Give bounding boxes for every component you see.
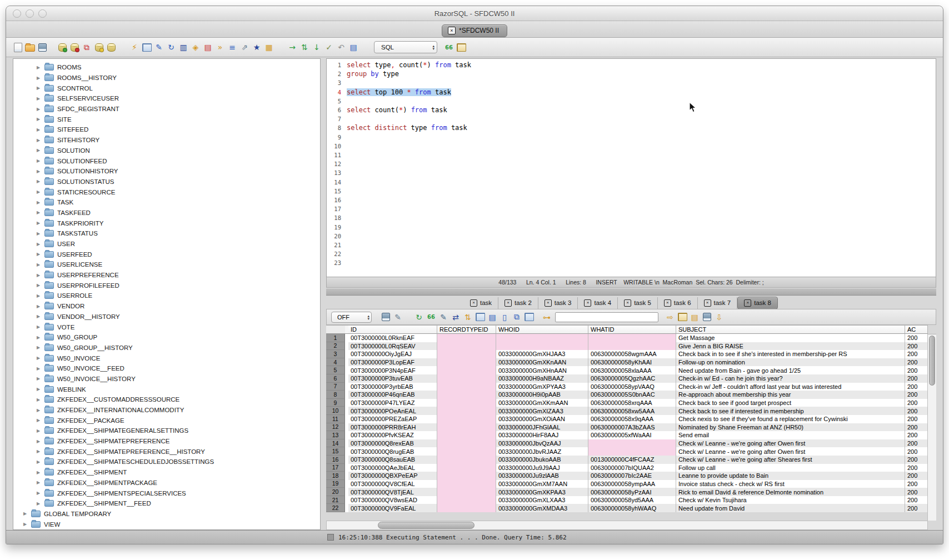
disconnect-icon[interactable] (69, 42, 80, 52)
disclosure-triangle-icon[interactable]: ▶ (37, 86, 44, 91)
indent-icon[interactable]: » (214, 42, 226, 52)
tree-item[interactable]: ▶TASKSTATUS (13, 228, 320, 239)
table-row[interactable]: 200T3000000L0RqSEAVGive Jenn a BIG RAISE… (326, 342, 928, 351)
cell-recordtypeid[interactable] (437, 456, 496, 464)
save-grid-icon[interactable] (701, 312, 712, 322)
close-tab-icon[interactable]: × (448, 27, 456, 34)
column-header[interactable]: ID (348, 325, 437, 334)
cell-subject[interactable]: Follow-up on nomination (676, 358, 905, 367)
tree-item[interactable]: ▶USERPROFILEFEED (13, 280, 320, 291)
cell-whoid[interactable]: 0033000000GmXMDAA3 (496, 504, 588, 512)
row-number[interactable]: 17 (326, 464, 345, 472)
sort-icon[interactable]: ⇅ (462, 312, 473, 322)
cell-whatid[interactable]: 006300000058ympAAA (588, 480, 676, 488)
cell-ac[interactable]: 200 (905, 350, 928, 358)
export-table-icon[interactable] (677, 312, 688, 322)
cell-whoid[interactable]: 0033000000H9i0pAAB (496, 391, 588, 399)
disclosure-triangle-icon[interactable]: ▶ (37, 501, 44, 506)
cell-ac[interactable]: 200 (905, 504, 928, 512)
disclosure-triangle-icon[interactable]: ▶ (37, 356, 44, 361)
cell-whoid[interactable] (496, 342, 588, 351)
table-row[interactable]: 2000T3000000QV8TjEAL0033000000GmXKPAA300… (326, 488, 928, 496)
result-tab[interactable]: ×task 4 (578, 297, 618, 309)
log-icon[interactable]: ▤ (348, 42, 359, 52)
cell-id[interactable]: 00T3000000Q8rugEAB (348, 447, 437, 456)
disclosure-triangle-icon[interactable]: ▶ (37, 221, 44, 226)
cell-recordtypeid[interactable] (437, 415, 496, 423)
table-row[interactable]: 2200T3000000QV9FaEAL0033000000GmXMDAA300… (326, 504, 928, 512)
database-tree-panel[interactable]: ▶ROOMS▶ROOMS__HISTORY▶SCONTROL▶SELFSERVI… (13, 58, 321, 530)
disclosure-triangle-icon[interactable]: ▶ (37, 335, 44, 340)
tree-item[interactable]: ▶USERFEED (13, 249, 320, 259)
connect-icon[interactable] (57, 42, 68, 52)
column-header[interactable]: RECORDTYPEID (437, 325, 496, 334)
row-number[interactable]: 11 (326, 415, 345, 423)
horizontal-scrollbar-thumb[interactable] (378, 522, 474, 529)
cell-subject[interactable]: Check-in w/ Jeff - couldn't afford last … (676, 383, 905, 391)
zoom-window-button[interactable] (38, 9, 47, 18)
cell-subject[interactable]: Check back to see if good target prospec… (676, 399, 905, 407)
tree-item[interactable]: ▶USERPREFERENCE (13, 270, 320, 281)
form-view-icon[interactable]: ▯ (499, 312, 510, 322)
cell-whoid[interactable]: 0033000000GmXHnAAN (496, 366, 588, 374)
disclosure-triangle-icon[interactable]: ▶ (37, 117, 44, 122)
disclosure-triangle-icon[interactable]: ▶ (37, 449, 44, 454)
tree-item[interactable]: ▶ZKFEDEX__INTERNATIONALCOMMODITY (13, 405, 320, 416)
cell-whoid[interactable]: 0033000000GmXKPAA3 (496, 488, 588, 496)
minimize-window-button[interactable] (26, 9, 34, 18)
cell-ac[interactable]: 200 (905, 488, 928, 496)
row-number[interactable]: 14 (326, 439, 345, 448)
tree-item[interactable]: ▶WEBLINK (13, 384, 320, 394)
cell-whoid[interactable]: 0033000000GmXKnAAN (496, 358, 588, 367)
fetch-icon[interactable]: ↓ (311, 42, 322, 52)
table-row[interactable]: 1000T3000000POeAnEAL0033000000GmXIZAA300… (326, 407, 928, 415)
column-header[interactable]: WHOID (496, 325, 588, 334)
cell-subject[interactable]: Check w/ Leanne - we're going after Owen… (676, 439, 905, 448)
execute-sql-icon[interactable]: ⚡ (129, 42, 140, 52)
column-header[interactable]: SUBJECT (676, 325, 905, 334)
cell-ac[interactable]: 200 (905, 431, 928, 439)
cell-recordtypeid[interactable] (437, 350, 496, 358)
cell-recordtypeid[interactable] (437, 342, 496, 351)
table-row[interactable]: 500T3000000P3N4pEAF0033000000GmXHnAAN006… (326, 366, 928, 374)
cell-id[interactable]: 00T3000000P3yrbEAB (348, 383, 437, 391)
new-connection-icon[interactable] (93, 42, 104, 52)
close-tab-icon[interactable]: × (624, 299, 631, 307)
favorites-icon[interactable]: ★ (251, 42, 262, 52)
tree-item[interactable]: ▶STATICRESOURCE (13, 187, 320, 197)
cell-recordtypeid[interactable] (437, 431, 496, 439)
cell-ac[interactable]: 200 (905, 407, 928, 415)
row-number[interactable]: 2 (326, 342, 345, 351)
cell-subject[interactable]: Invoice status check - check w/ RS first (676, 480, 905, 488)
row-number[interactable]: 4 (326, 358, 345, 367)
generate-sql-icon[interactable]: ▤ (689, 312, 700, 322)
row-number[interactable]: 5 (326, 366, 345, 374)
cell-ac[interactable]: 200 (905, 358, 928, 367)
row-number[interactable]: 7 (326, 383, 345, 391)
disclosure-triangle-icon[interactable]: ▶ (37, 397, 44, 402)
cell-subject[interactable]: Check nexis to see if they've found a re… (676, 415, 905, 423)
document-tab[interactable]: × *SFDCW50 II (442, 24, 507, 37)
cell-recordtypeid[interactable] (437, 504, 496, 512)
filter-icon[interactable]: ✎ (392, 312, 403, 322)
vertical-scrollbar-thumb[interactable] (929, 336, 935, 386)
cell-whatid[interactable]: 006300000058xw5AAA (588, 407, 676, 415)
table-row[interactable]: 1500T3000000Q8rugEAB0033000000JbvRJAAZCh… (326, 447, 928, 456)
snippets-icon[interactable]: ▤ (202, 42, 213, 52)
disclosure-triangle-icon[interactable]: ▶ (37, 76, 44, 81)
column-header[interactable]: WHATID (588, 325, 676, 334)
next-result-icon[interactable]: ⇨ (665, 312, 676, 322)
cell-subject[interactable]: Check back to see if interested in membe… (676, 407, 905, 415)
cell-subject[interactable]: Need update from Bain - gave go ahead 1/… (676, 366, 905, 374)
cell-ac[interactable]: 200 (905, 399, 928, 407)
close-tab-icon[interactable]: × (664, 299, 671, 307)
disclosure-triangle-icon[interactable]: ▶ (37, 96, 44, 101)
table-row[interactable]: 1300T3000000PfvKSEAZ0033000000HirF8AAJ00… (326, 431, 928, 439)
disclosure-triangle-icon[interactable]: ▶ (37, 107, 44, 112)
disclosure-triangle-icon[interactable]: ▶ (37, 200, 44, 205)
new-file-icon[interactable] (12, 42, 23, 52)
save-results-icon[interactable] (380, 312, 391, 322)
horizontal-splitter[interactable] (326, 288, 936, 296)
disclosure-triangle-icon[interactable]: ▶ (37, 65, 44, 70)
tree-item[interactable]: ▶W50_GROUP__HISTORY (13, 343, 320, 353)
